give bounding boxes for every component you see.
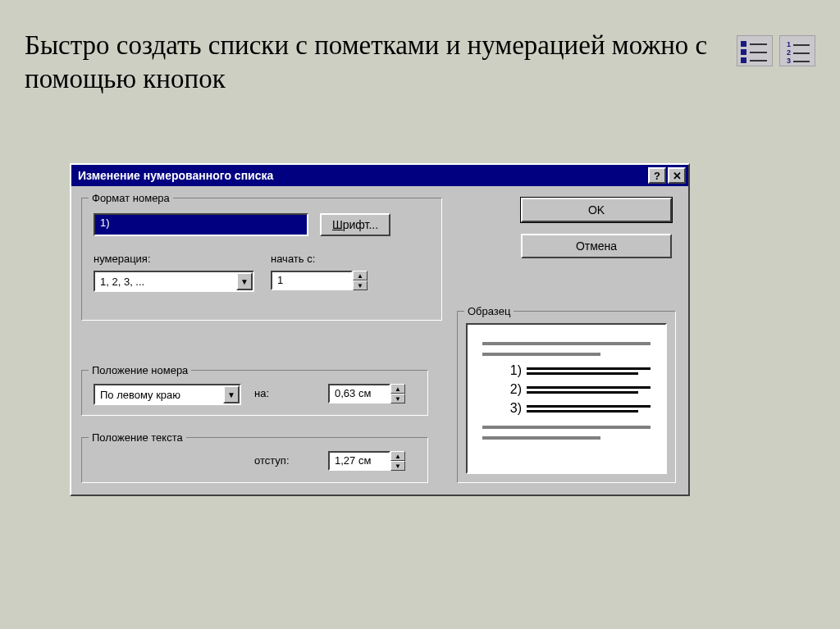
numbered-list-dialog: Изменение нумерованного списка ? ✕ Форма…	[70, 163, 690, 496]
numbered-list-icon[interactable]: 1 2 3	[779, 35, 815, 66]
spin-down-icon[interactable]: ▼	[390, 394, 405, 403]
number-position-label: Положение номера	[89, 364, 191, 376]
bullet-list-icon[interactable]	[737, 35, 773, 66]
slide-header-text: Быстро создать списки с пометками и нуме…	[25, 29, 720, 97]
start-at-spinner[interactable]: 1 ▲ ▼	[271, 271, 369, 290]
dialog-title: Изменение нумерованного списка	[78, 169, 646, 182]
indent-spinner[interactable]: 1,27 см ▲ ▼	[328, 451, 407, 471]
dialog-titlebar: Изменение нумерованного списка ? ✕	[71, 165, 688, 186]
at-spinner[interactable]: 0,63 см ▲ ▼	[328, 384, 407, 403]
alignment-dropdown[interactable]: По левому краю ▼	[94, 384, 241, 405]
chevron-down-icon: ▼	[223, 385, 240, 403]
cancel-button[interactable]: Отмена	[521, 234, 672, 258]
close-button[interactable]: ✕	[668, 167, 686, 184]
text-position-group: Положение текста отступ: 1,27 см ▲ ▼	[81, 437, 428, 483]
indent-label: отступ:	[254, 454, 290, 467]
text-position-label: Положение текста	[89, 431, 186, 444]
number-position-group: Положение номера По левому краю ▼ на: 0,…	[81, 370, 428, 416]
number-format-input[interactable]: 1)	[94, 213, 308, 236]
sample-group: Образец 1) 2) 3)	[457, 311, 676, 483]
chevron-down-icon: ▼	[236, 272, 253, 290]
spin-up-icon[interactable]: ▲	[390, 384, 405, 394]
numbering-label: нумерация:	[94, 253, 151, 265]
sample-preview: 1) 2) 3)	[466, 323, 667, 474]
spin-down-icon[interactable]: ▼	[390, 461, 405, 471]
sample-label: Образец	[464, 305, 514, 317]
help-button[interactable]: ?	[648, 167, 666, 184]
ok-button[interactable]: OK	[521, 198, 672, 222]
number-format-label: Формат номера	[89, 192, 173, 204]
numbering-dropdown[interactable]: 1, 2, 3, ... ▼	[94, 271, 254, 292]
spin-down-icon[interactable]: ▼	[353, 280, 368, 290]
at-label: на:	[254, 387, 269, 399]
spin-up-icon[interactable]: ▲	[353, 271, 368, 280]
spin-up-icon[interactable]: ▲	[390, 451, 405, 461]
start-at-label: начать с:	[271, 253, 315, 265]
font-button[interactable]: Шрифт...	[320, 213, 390, 236]
number-format-group: Формат номера 1) Шрифт... нумерация: 1, …	[81, 198, 442, 321]
